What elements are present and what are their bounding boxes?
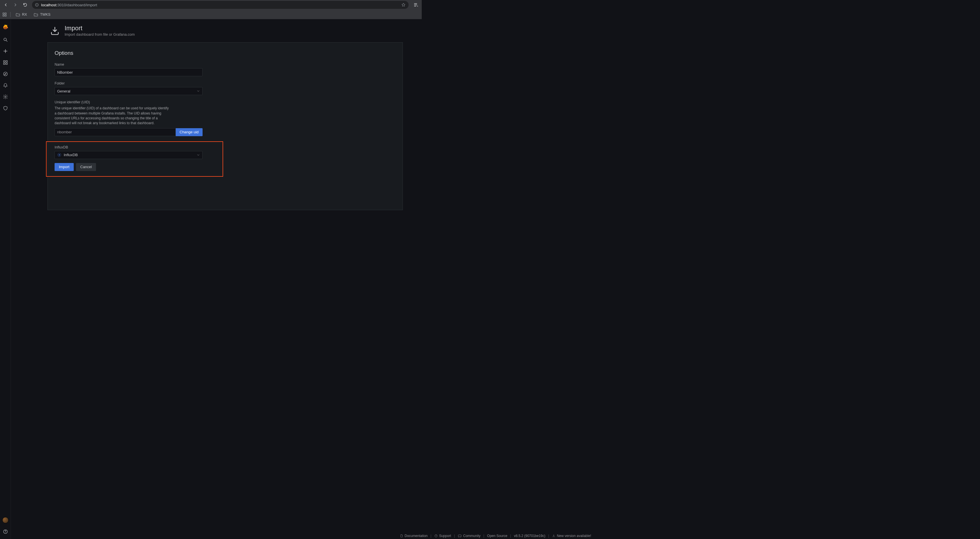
search-icon[interactable] xyxy=(0,34,11,45)
import-icon xyxy=(50,26,59,36)
cancel-button[interactable]: Cancel xyxy=(76,163,96,171)
divider xyxy=(10,12,11,17)
svg-rect-6 xyxy=(5,15,6,16)
url-display: localhost:3010/dashboard/import xyxy=(41,3,97,7)
svg-rect-12 xyxy=(6,63,7,65)
omnibox[interactable]: localhost:3010/dashboard/import xyxy=(32,1,409,9)
apps-icon[interactable] xyxy=(2,12,7,17)
bookmark-label: TWKS xyxy=(40,13,50,17)
bookmark-folder-twks[interactable]: TWKS xyxy=(32,11,52,18)
svg-point-14 xyxy=(5,96,6,98)
browser-toolbar: localhost:3010/dashboard/import xyxy=(0,0,422,10)
configuration-icon[interactable] xyxy=(0,91,11,103)
svg-point-13 xyxy=(3,72,8,76)
folder-label: Folder xyxy=(54,81,396,86)
grafana-logo[interactable] xyxy=(2,21,9,34)
svg-rect-5 xyxy=(3,15,4,16)
alerting-icon[interactable] xyxy=(0,80,11,91)
influxdb-icon xyxy=(57,153,61,157)
back-button[interactable] xyxy=(2,1,10,9)
folder-select[interactable]: General xyxy=(54,87,202,95)
folder-value: General xyxy=(57,89,70,94)
uid-input[interactable]: nbomber xyxy=(54,128,176,136)
star-icon[interactable] xyxy=(401,3,406,7)
svg-rect-4 xyxy=(5,13,6,14)
svg-rect-1 xyxy=(37,5,37,5)
bookmark-label: RX xyxy=(22,13,27,17)
annotation-highlight: InfluxDB InfluxDB Import xyxy=(46,141,223,177)
reload-button[interactable] xyxy=(21,1,29,9)
svg-point-8 xyxy=(4,38,6,41)
chevron-down-icon xyxy=(197,89,200,93)
options-panel: Options Name NBomber Folder General Uniq… xyxy=(48,42,403,210)
create-icon[interactable] xyxy=(0,45,11,57)
page-subtitle: Import dashboard from file or Grafana.co… xyxy=(65,32,135,36)
forward-button[interactable] xyxy=(11,1,19,9)
uid-label: Unique identifier (UID) xyxy=(54,100,396,104)
change-uid-button[interactable]: Change uid xyxy=(176,128,203,136)
chevron-down-icon xyxy=(197,153,200,157)
panel-heading: Options xyxy=(54,50,396,56)
datasource-label: InfluxDB xyxy=(54,145,215,149)
uid-description: The unique identifier (UID) of a dashboa… xyxy=(54,106,169,126)
svg-point-18 xyxy=(59,154,60,155)
explore-icon[interactable] xyxy=(0,68,11,80)
svg-rect-11 xyxy=(3,63,5,65)
dashboards-icon[interactable] xyxy=(0,57,11,68)
site-info-icon[interactable] xyxy=(35,3,39,7)
svg-rect-9 xyxy=(3,60,5,62)
page-title: Import xyxy=(65,25,135,32)
datasource-select[interactable]: InfluxDB xyxy=(54,151,202,159)
bookmarks-bar: RX TWKS xyxy=(0,10,422,19)
page-header: Import Import dashboard from file or Gra… xyxy=(50,25,403,36)
datasource-value: InfluxDB xyxy=(64,153,78,157)
bookmark-folder-rx[interactable]: RX xyxy=(14,11,29,18)
media-control-icon[interactable] xyxy=(412,1,420,9)
server-admin-icon[interactable] xyxy=(0,103,11,114)
url-host: localhost: xyxy=(41,3,57,7)
import-button[interactable]: Import xyxy=(54,163,74,171)
sidebar xyxy=(0,19,11,232)
url-path: 3010/dashboard/import xyxy=(57,3,97,7)
name-label: Name xyxy=(54,62,396,67)
name-input[interactable]: NBomber xyxy=(54,68,202,76)
svg-rect-10 xyxy=(6,60,7,62)
svg-rect-3 xyxy=(3,13,4,14)
